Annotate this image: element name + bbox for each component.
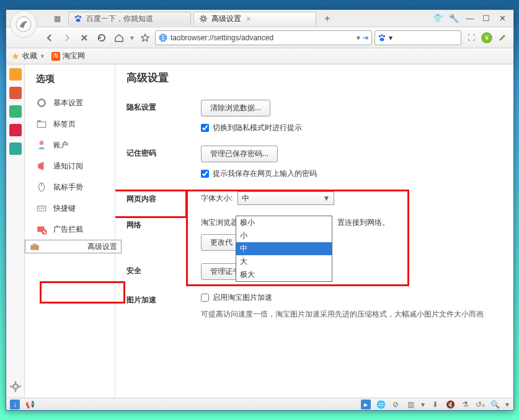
url-input[interactable] [171,33,354,42]
titlebar: ▦ 百度一下，你就知道 高级设置 × + 👕 🔧 — ☐ ✕ [6,10,513,27]
svg-point-12 [38,99,45,106]
svg-point-19 [39,208,40,209]
go-button[interactable]: ➔ [363,33,369,42]
reload-button[interactable] [94,30,109,45]
status-lab-icon[interactable]: ⚗ [460,400,470,409]
chevron-down-icon: ▼ [40,53,45,59]
page-title: 高级设置 [126,71,505,85]
section-image-accel: 图片加速 [126,292,201,305]
back-button[interactable] [42,30,57,45]
status-icon[interactable]: 🌐 [376,400,386,409]
chevron-down-icon[interactable]: ▾ [420,400,425,409]
bookmarks-bar: 收藏 ▼ 淘 淘宝网 [6,48,513,64]
svg-point-15 [40,141,44,145]
settings-content: 高级设置 隐私设置 清除浏览数据... 切换到隐私模式时进行提示 记住密码 管理… [115,64,513,398]
svg-point-2 [77,15,79,17]
status-zoom-icon[interactable]: 🔍 [490,400,500,409]
search-engine-dropdown-icon[interactable]: ▾ [389,33,393,42]
sidebar-item-advanced[interactable]: 高级设置 [25,240,122,253]
new-tab-button[interactable]: + [321,12,334,25]
sidebar-item-adblock[interactable]: 广告拦截 [25,219,115,240]
sidebar-item-notify[interactable]: 通知订阅 [25,155,115,177]
wrench-icon[interactable]: 🔧 [448,14,460,23]
fullscreen-icon[interactable]: ⛶ [464,30,479,45]
highlight-box [115,190,187,218]
manage-passwords-button[interactable]: 管理已保存密码... [201,146,278,162]
minimize-button[interactable]: — [464,14,476,23]
tools-icon[interactable]: 👕 [432,14,444,23]
favorites-label: 收藏 [22,51,37,61]
svg-point-9 [383,35,386,37]
status-icon[interactable]: ↓ [10,400,20,409]
url-dropdown-icon[interactable]: ▾ [357,33,360,42]
svg-point-20 [41,208,42,209]
svg-point-1 [75,16,78,19]
sidebar-item-tabs[interactable]: 标签页 [25,113,115,134]
sidebar-item-shortcut[interactable]: 快捷键 [25,198,115,219]
privacy-prompt-checkbox[interactable]: 切换到隐私模式时进行提示 [201,123,505,133]
dropdown-option[interactable]: 小 [236,229,332,242]
bookmark-taobao[interactable]: 淘 淘宝网 [51,51,85,61]
svg-rect-26 [33,244,37,245]
ext-icon[interactable] [9,105,22,118]
dropdown-option[interactable]: 极小 [236,216,332,229]
section-privacy: 隐私设置 [126,100,201,113]
status-window-icon[interactable]: ▥ [406,400,415,409]
search-box[interactable]: ▾ [375,30,461,45]
status-download-icon[interactable]: ⬇ [430,400,440,409]
ext-icon[interactable] [9,87,22,99]
status-block-icon[interactable]: ⊘ [391,400,401,409]
svg-point-3 [79,16,82,19]
status-mute-icon[interactable]: 🔇 [445,400,455,409]
brush-icon[interactable] [495,30,510,45]
currency-icon[interactable]: ¥ [481,32,492,43]
svg-point-8 [381,34,383,37]
save-password-checkbox[interactable]: 提示我保存在网页上输入的密码 [201,168,505,179]
close-tab-icon[interactable]: × [246,14,251,24]
status-restore-icon[interactable]: ↺₀ [475,400,485,409]
svg-point-21 [43,208,44,209]
extension-sidebar [6,64,25,398]
home-button[interactable] [112,30,126,45]
sidebar-item-basic[interactable]: 基本设置 [25,92,115,113]
ext-settings-icon[interactable] [9,380,22,393]
dropdown-option[interactable]: 中 [236,242,332,255]
tab-label: 百度一下，你就知道 [86,14,153,24]
dropdown-option[interactable]: 大 [236,255,332,268]
status-icon[interactable]: ▸ [361,400,371,409]
chevron-down-icon[interactable]: ▾ [505,400,510,409]
home-dropdown-icon[interactable]: ▾ [129,30,135,45]
bookmark-label: 淘宝网 [63,51,85,61]
svg-point-7 [379,35,381,37]
sidebar-item-gesture[interactable]: 鼠标手势 [25,177,115,198]
status-megaphone-icon[interactable]: 📢 [25,400,35,409]
image-accel-checkbox[interactable]: 启用淘宝图片加速 [201,292,505,303]
forward-button[interactable] [60,30,74,45]
bookmark-star-icon[interactable] [138,30,153,45]
favorites-menu[interactable]: 收藏 ▼ [11,51,45,61]
svg-point-5 [202,17,205,20]
ext-icon[interactable] [9,142,22,155]
svg-rect-14 [37,120,41,121]
close-window-button[interactable]: ✕ [496,14,508,23]
tab-advanced-settings[interactable]: 高级设置 × [193,12,316,25]
stop-button[interactable] [77,30,92,45]
tab-list-icon[interactable]: ▦ [50,11,64,26]
svg-point-10 [380,38,384,41]
svg-rect-25 [30,245,39,250]
font-size-dropdown: 极小 小 中 大 极大 [236,216,332,282]
highlight-box [40,281,125,304]
clear-data-button[interactable]: 清除浏览数据... [201,100,270,116]
status-bar: ↓ 📢 ▸ 🌐 ⊘ ▥ ▾ ⬇ 🔇 ⚗ ↺₀ 🔍 ▾ [6,398,513,410]
dropdown-option[interactable]: 极大 [236,268,332,281]
ext-icon[interactable] [9,68,22,81]
tab-baidu[interactable]: 百度一下，你就知道 [68,12,191,25]
sidebar-item-account[interactable]: 账户 [25,134,115,155]
image-accel-desc: 可提高访问速度一倍，淘宝图片加速采用先进的压缩格式，大幅减小图片文件大小而画 [201,309,505,320]
ext-icon[interactable] [9,124,22,136]
svg-point-4 [76,19,81,22]
browser-logo [10,11,37,38]
maximize-button[interactable]: ☐ [480,14,492,23]
nav-toolbar: ▾ ▾ ➔ ▾ ⛶ ¥ [6,27,513,48]
address-bar[interactable]: ▾ ➔ [155,30,372,45]
